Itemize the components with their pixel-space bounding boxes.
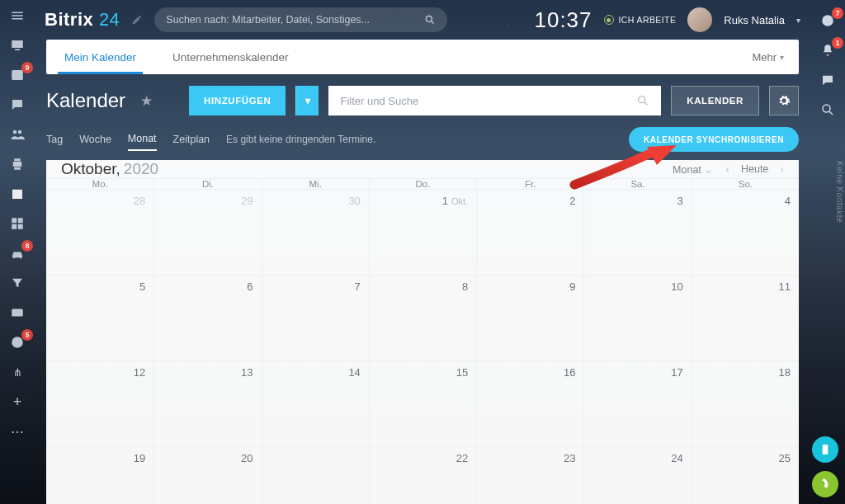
svg-rect-4 [18,218,23,223]
tabs-more[interactable]: Mehr▾ [737,40,799,74]
search-placeholder: Suchen nach: Mitarbeiter, Datei, Sonstig… [166,14,424,26]
avatar[interactable] [687,7,712,32]
check-icon[interactable]: 5 [8,333,26,351]
day-cell[interactable]: 19 [46,447,153,504]
day-cell[interactable]: 28 [46,190,153,276]
prev-button[interactable]: ‹ [725,163,729,176]
viewmode-selector[interactable]: Monat ⌄ [673,163,714,176]
printer-icon[interactable] [8,155,26,173]
sync-calendar-button[interactable]: KALENDER SYNCHRONISIEREN [629,127,799,152]
svg-point-10 [12,337,23,348]
weekday-label: Do. [369,179,476,189]
menu-icon[interactable] [8,7,26,25]
checklist-icon[interactable]: 9 [8,66,26,84]
day-cell[interactable]: 8 [369,276,476,361]
settings-button[interactable] [769,86,799,115]
day-cell[interactable]: 13 [153,361,261,447]
calendar-icon[interactable] [8,185,26,203]
weekday-label: Mo. [46,179,153,189]
calendar-panel: Oktober, 2020 Monat ⌄ ‹ Heute › Mo.Di.Mi… [46,160,799,504]
badge: 5 [21,329,33,341]
toolbar: Kalender ★ HINZUFÜGEN ▾ Filter und Suche… [46,86,799,115]
search-icon[interactable] [819,101,837,119]
message-icon[interactable] [819,71,837,89]
day-cell[interactable]: 15 [369,361,476,447]
badge: 8 [21,240,33,252]
day-cell[interactable]: 17 [583,361,691,447]
view-day[interactable]: Tag [46,129,63,150]
weekday-label: Fr. [476,179,583,189]
day-cell[interactable]: 20 [153,447,261,504]
chevron-down-icon[interactable]: ▾ [796,16,800,25]
car-icon[interactable]: 8 [8,244,26,262]
clock: 10:37 [534,7,592,33]
help-icon[interactable]: 7 [819,12,837,30]
star-icon[interactable]: ★ [140,92,153,110]
day-cell[interactable]: 1Okt. [369,190,476,276]
day-cell[interactable]: 30 [262,190,369,276]
user-name[interactable]: Ruks Natalia [724,14,785,26]
filter-icon[interactable] [8,274,26,292]
svg-point-14 [823,105,830,112]
monitor-icon[interactable] [8,36,26,54]
day-cell[interactable]: 14 [262,361,369,447]
tab-company-calendar[interactable]: Unternehmenskalender [154,40,306,74]
tree-icon[interactable]: ⋔ [8,363,26,381]
day-cell[interactable]: 7 [262,276,369,361]
day-cell[interactable]: 11 [692,276,799,361]
top-bar: Bitrix 24 Suchen nach: Mitarbeiter, Date… [35,0,810,40]
day-cell[interactable]: 24 [583,447,691,504]
more-icon[interactable]: ⋯ [8,422,26,440]
day-cell[interactable]: 12 [46,361,153,447]
view-schedule[interactable]: Zeitplan [173,129,210,150]
day-cell[interactable]: 9 [476,276,583,361]
svg-rect-5 [12,224,17,229]
day-cell[interactable]: 25 [692,447,799,504]
filter-placeholder: Filter und Suche [340,95,418,107]
day-cell[interactable]: 10 [583,276,691,361]
svg-point-8 [20,257,21,258]
fab-device-icon[interactable] [812,436,838,463]
edit-icon[interactable] [131,14,143,26]
view-week[interactable]: Woche [79,129,111,150]
filter-input[interactable]: Filter und Suche [328,86,661,115]
calendar-grid: 2829301Okt.23456789101112131415161718192… [46,190,799,504]
group-icon[interactable] [8,125,26,144]
global-search[interactable]: Suchen nach: Mitarbeiter, Datei, Sonstig… [154,7,447,32]
bell-icon[interactable]: 1 [819,41,837,59]
add-split-button[interactable]: ▾ [295,86,319,115]
day-cell[interactable]: 22 [369,447,476,504]
day-cell[interactable]: 2 [476,190,583,276]
today-button[interactable]: Heute [741,163,768,175]
next-button[interactable]: › [780,163,784,176]
working-status[interactable]: ICH ARBEITE [604,15,677,25]
card-icon[interactable] [8,304,26,322]
page-title: Kalender [46,89,125,112]
day-cell[interactable]: 6 [153,276,261,361]
day-cell[interactable]: 21 [262,447,369,504]
svg-rect-6 [18,224,23,229]
day-cell[interactable]: 3 [583,190,691,276]
fab-call-icon[interactable] [812,471,838,497]
day-cell[interactable]: 16 [476,361,583,447]
left-rail: 9 8 5 ⋔ + ⋯ [0,0,35,504]
svg-rect-3 [12,218,17,223]
chat-icon[interactable] [8,96,26,114]
day-cell[interactable]: 29 [153,190,261,276]
grid-icon[interactable] [8,214,26,233]
weekday-label: Sa. [583,179,691,189]
day-cell[interactable]: 23 [476,447,583,504]
svg-point-1 [13,130,17,134]
calendar-button[interactable]: KALENDER [671,86,759,115]
calendar-header: Oktober, 2020 Monat ⌄ ‹ Heute › [46,160,799,178]
no-events-note: Es gibt keine dringenden Termine. [226,134,375,145]
add-button[interactable]: HINZUFÜGEN [189,86,286,115]
day-cell[interactable]: 18 [692,361,799,447]
plus-icon[interactable]: + [8,393,26,411]
svg-point-2 [18,130,22,134]
view-month[interactable]: Monat [128,128,157,151]
tab-my-calendar[interactable]: Mein Kalender [46,40,154,74]
day-cell[interactable]: 4 [692,190,799,276]
day-cell[interactable]: 5 [46,276,153,361]
weekday-header: Mo.Di.Mi.Do.Fr.Sa.So. [46,178,799,190]
